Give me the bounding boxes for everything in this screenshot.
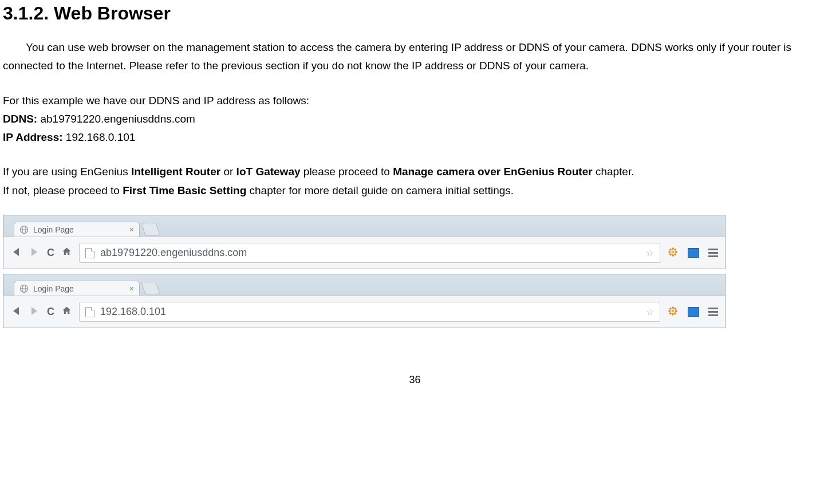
browser-toolbar: C ab19791220.engeniusddns.com ☆ xyxy=(3,237,725,269)
browser-window-ip: Login Page × C 192.168.0.101 ☆ xyxy=(3,274,726,328)
browser-tab[interactable]: Login Page × xyxy=(14,222,140,237)
back-button-icon[interactable] xyxy=(10,248,22,258)
ddns-value: ab19791220.engeniusddns.com xyxy=(37,113,195,125)
favicon-icon xyxy=(19,284,29,293)
intro-paragraph: You can use web browser on the managemen… xyxy=(3,38,824,76)
nav-paragraph-1: If you are using EnGenius Intelligent Ro… xyxy=(3,163,824,181)
forward-button-icon[interactable] xyxy=(29,307,40,317)
forward-button-icon[interactable] xyxy=(29,248,40,258)
svg-point-3 xyxy=(672,247,674,250)
page-icon xyxy=(85,248,94,258)
section-heading: 3.1.2. Web Browser xyxy=(3,3,824,24)
ip-value: 192.168.0.101 xyxy=(63,131,136,143)
menu-icon[interactable] xyxy=(708,249,718,257)
svg-point-4 xyxy=(672,254,674,256)
tab-title: Login Page xyxy=(33,225,74,234)
svg-point-5 xyxy=(668,251,671,253)
tab-strip: Login Page × xyxy=(3,215,725,237)
close-icon[interactable]: × xyxy=(129,225,134,234)
ip-line: IP Address: 192.168.0.101 xyxy=(3,128,824,147)
extension-flower-icon[interactable] xyxy=(667,305,679,319)
tab-strip: Login Page × xyxy=(3,274,725,296)
address-bar[interactable]: 192.168.0.101 ☆ xyxy=(79,302,660,322)
favicon-icon xyxy=(19,225,29,234)
home-icon[interactable] xyxy=(61,246,72,259)
url-text: ab19791220.engeniusddns.com xyxy=(100,247,247,259)
svg-point-7 xyxy=(669,248,672,250)
reload-icon[interactable]: C xyxy=(47,247,54,259)
address-bar[interactable]: ab19791220.engeniusddns.com ☆ xyxy=(79,243,660,263)
svg-point-22 xyxy=(674,312,676,314)
svg-point-8 xyxy=(674,248,676,250)
browser-window-ddns: Login Page × C ab19791220.engeniusddns.c… xyxy=(3,215,726,269)
svg-point-11 xyxy=(672,250,675,253)
toolbar-right xyxy=(667,305,718,319)
close-icon[interactable]: × xyxy=(129,284,134,293)
svg-point-21 xyxy=(669,312,672,314)
svg-point-19 xyxy=(669,307,672,309)
svg-point-15 xyxy=(672,306,674,309)
ddns-label: DDNS: xyxy=(3,113,37,125)
back-button-icon[interactable] xyxy=(10,307,22,317)
svg-point-20 xyxy=(674,307,676,309)
svg-point-16 xyxy=(672,313,674,315)
svg-point-23 xyxy=(672,309,675,312)
extension-blue-icon[interactable] xyxy=(688,307,699,317)
new-tab-button[interactable] xyxy=(141,282,160,294)
extension-flower-icon[interactable] xyxy=(667,246,679,260)
reload-icon[interactable]: C xyxy=(47,306,54,318)
ip-label: IP Address: xyxy=(3,131,63,143)
extension-blue-icon[interactable] xyxy=(688,248,699,258)
svg-point-18 xyxy=(675,310,677,312)
bookmark-star-icon[interactable]: ☆ xyxy=(646,306,654,317)
home-icon[interactable] xyxy=(61,305,72,318)
browser-toolbar: C 192.168.0.101 ☆ xyxy=(3,296,725,328)
svg-point-6 xyxy=(675,251,677,253)
ddns-line: DDNS: ab19791220.engeniusddns.com xyxy=(3,110,824,128)
menu-icon[interactable] xyxy=(708,308,718,316)
page-number: 36 xyxy=(3,374,824,386)
svg-point-10 xyxy=(674,253,676,255)
browser-tab[interactable]: Login Page × xyxy=(14,281,140,296)
svg-point-17 xyxy=(668,310,671,312)
nav-paragraph-2: If not, please proceed to First Time Bas… xyxy=(3,182,824,200)
new-tab-button[interactable] xyxy=(141,223,160,235)
bookmark-star-icon[interactable]: ☆ xyxy=(646,247,654,258)
url-text: 192.168.0.101 xyxy=(100,306,166,318)
svg-point-9 xyxy=(669,253,672,255)
toolbar-right xyxy=(667,246,718,260)
page-icon xyxy=(85,307,94,317)
tab-title: Login Page xyxy=(33,284,74,293)
example-intro: For this example we have our DDNS and IP… xyxy=(3,92,824,110)
